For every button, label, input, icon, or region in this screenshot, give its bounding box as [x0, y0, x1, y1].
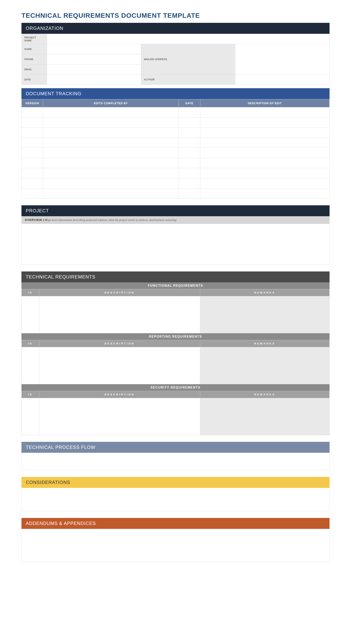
tracking-cell-version[interactable]: [22, 118, 43, 128]
req-id-cell[interactable]: [22, 347, 39, 384]
table-row: [22, 398, 330, 435]
considerations-header: CONSIDERATIONS: [21, 477, 330, 488]
tracking-cell-version[interactable]: [22, 128, 43, 138]
req-remarks-cell[interactable]: [200, 347, 329, 384]
addendums-body[interactable]: [21, 529, 330, 562]
field-email[interactable]: [47, 64, 141, 74]
req-table: IDDESCRIPTIONREMARKS: [21, 289, 330, 333]
field-project-name[interactable]: [47, 34, 330, 44]
col-description: DESCRIPTION OF EDIT: [200, 99, 329, 107]
tracking-table: VERSION EDITS COMPLETED BY DATE DESCRIPT…: [21, 99, 330, 199]
overview-body[interactable]: [21, 224, 330, 265]
table-row: [22, 148, 330, 158]
organization-table: PROJECT NAME NAME MAILING ADDRESS PHONE …: [21, 34, 330, 85]
req-col-id: ID: [22, 391, 39, 398]
tracking-cell-date[interactable]: [179, 138, 200, 148]
req-id-cell[interactable]: [22, 398, 39, 435]
tracking-cell-version[interactable]: [22, 188, 43, 199]
tracking-header: DOCUMENT TRACKING: [21, 88, 330, 99]
field-date[interactable]: [47, 74, 141, 85]
req-col-description: DESCRIPTION: [39, 289, 200, 296]
tracking-cell-description[interactable]: [200, 148, 329, 158]
tracking-cell-description[interactable]: [200, 107, 329, 118]
tracking-cell-version[interactable]: [22, 178, 43, 188]
tracking-cell-edits_by[interactable]: [43, 158, 179, 168]
table-row: [22, 347, 330, 384]
table-row: [22, 107, 330, 118]
tracking-cell-edits_by[interactable]: [43, 107, 179, 118]
table-row: [22, 188, 330, 199]
tracking-cell-edits_by[interactable]: [43, 118, 179, 128]
tracking-cell-description[interactable]: [200, 118, 329, 128]
tracking-cell-description[interactable]: [200, 158, 329, 168]
label-email: EMAIL: [22, 64, 47, 74]
tracking-cell-date[interactable]: [179, 188, 200, 199]
organization-header: ORGANIZATION: [21, 23, 330, 34]
tracking-cell-date[interactable]: [179, 107, 200, 118]
tracking-cell-edits_by[interactable]: [43, 128, 179, 138]
flow-header: TECHNICAL PROCESS FLOW: [21, 442, 330, 453]
table-row: [22, 128, 330, 138]
tracking-cell-version[interactable]: [22, 107, 43, 118]
table-row: [22, 138, 330, 148]
tracking-cell-version[interactable]: [22, 138, 43, 148]
tracking-cell-version[interactable]: [22, 148, 43, 158]
req-desc-cell[interactable]: [39, 347, 200, 384]
tracking-cell-edits_by[interactable]: [43, 148, 179, 158]
tracking-cell-date[interactable]: [179, 118, 200, 128]
tracking-cell-description[interactable]: [200, 188, 329, 199]
req-desc-cell[interactable]: [39, 398, 200, 435]
req-remarks-cell[interactable]: [200, 398, 329, 435]
tracking-cell-date[interactable]: [179, 168, 200, 178]
req-col-id: ID: [22, 340, 39, 347]
field-mailing-address[interactable]: [235, 44, 330, 74]
table-row: [22, 296, 330, 333]
addendums-header: ADDENDUMS & APPENDICES: [21, 518, 330, 529]
tracking-cell-date[interactable]: [179, 128, 200, 138]
project-header: PROJECT: [21, 205, 330, 216]
field-phone[interactable]: [47, 54, 141, 64]
flow-body[interactable]: [21, 453, 330, 470]
tracking-cell-date[interactable]: [179, 148, 200, 158]
page-title: TECHNICAL REQUIREMENTS DOCUMENT TEMPLATE: [21, 12, 330, 19]
label-author: AUTHOR: [141, 74, 235, 85]
req-remarks-cell[interactable]: [200, 296, 329, 333]
tech-header: TECHNICAL REQUIREMENTS: [21, 272, 330, 282]
tracking-cell-date[interactable]: [179, 178, 200, 188]
req-col-description: DESCRIPTION: [39, 340, 200, 347]
tracking-cell-description[interactable]: [200, 178, 329, 188]
req-col-remarks: REMARKS: [200, 289, 329, 296]
overview-label: OVERVIEW | H: [25, 218, 47, 222]
req-table: IDDESCRIPTIONREMARKS: [21, 391, 330, 435]
col-date: DATE: [179, 99, 200, 107]
considerations-body[interactable]: [21, 488, 330, 511]
req-desc-cell[interactable]: [39, 296, 200, 333]
req-id-cell[interactable]: [22, 296, 39, 333]
field-author[interactable]: [235, 74, 330, 85]
tracking-cell-edits_by[interactable]: [43, 138, 179, 148]
tracking-cell-description[interactable]: [200, 168, 329, 178]
col-edits-by: EDITS COMPLETED BY: [43, 99, 179, 107]
col-version: VERSION: [22, 99, 43, 107]
req-table: IDDESCRIPTIONREMARKS: [21, 340, 330, 384]
tracking-cell-date[interactable]: [179, 158, 200, 168]
label-project-name: PROJECT NAME: [22, 34, 47, 44]
label-date: DATE: [22, 74, 47, 85]
field-name[interactable]: [47, 44, 141, 54]
tracking-cell-version[interactable]: [22, 158, 43, 168]
table-row: [22, 178, 330, 188]
label-name: NAME: [22, 44, 47, 54]
table-row: [22, 118, 330, 128]
tracking-cell-version[interactable]: [22, 168, 43, 178]
tracking-cell-edits_by[interactable]: [43, 168, 179, 178]
table-row: [22, 168, 330, 178]
label-phone: PHONE: [22, 54, 47, 64]
req-col-description: DESCRIPTION: [39, 391, 200, 398]
table-row: [22, 158, 330, 168]
overview-strip: OVERVIEW | High-level information descri…: [21, 216, 330, 224]
overview-hint: igh-level information describing propose…: [47, 218, 176, 222]
tracking-cell-description[interactable]: [200, 128, 329, 138]
tracking-cell-description[interactable]: [200, 138, 329, 148]
tracking-cell-edits_by[interactable]: [43, 188, 179, 199]
tracking-cell-edits_by[interactable]: [43, 178, 179, 188]
